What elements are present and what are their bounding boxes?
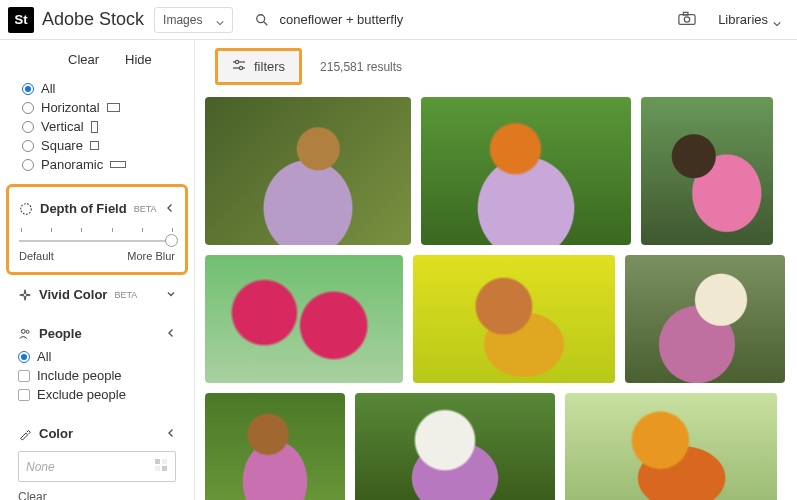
radio-icon bbox=[22, 140, 34, 152]
header-bar: St Adobe Stock Images Libraries bbox=[0, 0, 797, 40]
radio-icon bbox=[22, 121, 34, 133]
result-thumbnail[interactable] bbox=[565, 393, 777, 500]
option-label: Exclude people bbox=[37, 387, 126, 402]
color-header[interactable]: Color bbox=[18, 422, 176, 445]
clear-button[interactable]: Clear bbox=[68, 52, 99, 67]
option-label: All bbox=[37, 349, 51, 364]
section-title: People bbox=[39, 326, 82, 341]
libraries-label: Libraries bbox=[718, 12, 768, 27]
chevron-left-icon bbox=[166, 326, 176, 341]
svg-line-1 bbox=[264, 21, 268, 25]
orientation-label: All bbox=[41, 81, 55, 96]
orientation-group: All Horizontal Vertical Square Panoramic bbox=[0, 75, 194, 184]
result-thumbnail[interactable] bbox=[421, 97, 631, 245]
svg-rect-2 bbox=[679, 14, 695, 24]
orientation-horizontal[interactable]: Horizontal bbox=[22, 100, 172, 115]
color-placeholder: None bbox=[26, 460, 55, 474]
asset-type-dropdown[interactable]: Images bbox=[154, 7, 233, 33]
logo-text: Adobe Stock bbox=[42, 9, 144, 30]
sliders-icon bbox=[232, 59, 246, 74]
orientation-all[interactable]: All bbox=[22, 81, 172, 96]
slider-track bbox=[19, 240, 175, 242]
results-count: 215,581 results bbox=[320, 60, 402, 74]
results-grid bbox=[205, 93, 797, 500]
results-area: filters 215,581 results bbox=[195, 40, 797, 500]
result-thumbnail[interactable] bbox=[625, 255, 785, 383]
svg-point-13 bbox=[235, 60, 238, 63]
app-logo: St Adobe Stock bbox=[8, 7, 144, 33]
people-exclude[interactable]: Exclude people bbox=[18, 387, 176, 402]
search-input[interactable] bbox=[279, 12, 668, 27]
radio-checked-icon bbox=[18, 351, 30, 363]
checkbox-icon bbox=[18, 370, 30, 382]
beta-badge: BETA bbox=[114, 290, 137, 300]
slider-min-label: Default bbox=[19, 250, 54, 262]
result-thumbnail[interactable] bbox=[205, 255, 403, 383]
people-include[interactable]: Include people bbox=[18, 368, 176, 383]
logo-mark: St bbox=[8, 7, 34, 33]
svg-rect-9 bbox=[162, 459, 167, 464]
result-thumbnail[interactable] bbox=[413, 255, 615, 383]
orientation-label: Horizontal bbox=[41, 100, 100, 115]
camera-icon[interactable] bbox=[678, 11, 696, 29]
svg-point-0 bbox=[257, 14, 265, 22]
orientation-label: Panoramic bbox=[41, 157, 103, 172]
aperture-icon bbox=[19, 202, 33, 216]
svg-rect-8 bbox=[155, 459, 160, 464]
beta-badge: BETA bbox=[134, 204, 157, 214]
orientation-label: Vertical bbox=[41, 119, 84, 134]
vivid-color-section: Vivid Color BETA bbox=[0, 275, 194, 314]
vivid-color-header[interactable]: Vivid Color BETA bbox=[18, 283, 176, 306]
section-title: Color bbox=[39, 426, 73, 441]
svg-point-7 bbox=[26, 330, 29, 333]
square-icon bbox=[90, 141, 99, 150]
chevron-left-icon bbox=[166, 426, 176, 441]
svg-rect-4 bbox=[684, 12, 688, 15]
people-icon bbox=[18, 327, 32, 341]
orientation-label: Square bbox=[41, 138, 83, 153]
eyedropper-icon bbox=[18, 427, 32, 441]
result-thumbnail[interactable] bbox=[205, 97, 411, 245]
panoramic-icon bbox=[110, 161, 126, 168]
result-thumbnail[interactable] bbox=[355, 393, 555, 500]
result-thumbnail[interactable] bbox=[641, 97, 773, 245]
people-header[interactable]: People bbox=[18, 322, 176, 345]
hide-button[interactable]: Hide bbox=[125, 52, 152, 67]
orientation-panoramic[interactable]: Panoramic bbox=[22, 157, 172, 172]
svg-point-6 bbox=[21, 329, 25, 333]
people-all[interactable]: All bbox=[18, 349, 176, 364]
section-title: Vivid Color bbox=[39, 287, 107, 302]
people-options: All Include people Exclude people bbox=[18, 345, 176, 406]
horizontal-icon bbox=[107, 103, 120, 112]
filters-button[interactable]: filters bbox=[215, 48, 302, 85]
color-input[interactable]: None bbox=[18, 451, 176, 482]
asset-type-label: Images bbox=[163, 13, 202, 27]
filter-sidebar: Clear Hide All Horizontal Vertical Squar… bbox=[0, 40, 195, 500]
color-clear-button[interactable]: Clear bbox=[18, 482, 176, 500]
color-picker-icon[interactable] bbox=[154, 458, 168, 475]
results-toolbar: filters 215,581 results bbox=[205, 40, 797, 93]
chevron-left-icon bbox=[165, 201, 175, 216]
radio-icon bbox=[22, 159, 34, 171]
svg-rect-10 bbox=[155, 466, 160, 471]
libraries-dropdown[interactable]: Libraries bbox=[718, 12, 789, 27]
color-section: Color None Clear bbox=[0, 414, 194, 500]
orientation-square[interactable]: Square bbox=[22, 138, 172, 153]
slider-ticks bbox=[19, 228, 175, 238]
chevron-down-icon bbox=[773, 16, 781, 24]
sparkle-icon bbox=[18, 288, 32, 302]
orientation-vertical[interactable]: Vertical bbox=[22, 119, 172, 134]
result-thumbnail[interactable] bbox=[205, 393, 345, 500]
content-area: Clear Hide All Horizontal Vertical Squar… bbox=[0, 40, 797, 500]
checkbox-icon bbox=[18, 389, 30, 401]
sidebar-actions: Clear Hide bbox=[0, 48, 194, 75]
depth-of-field-header[interactable]: Depth of Field BETA bbox=[19, 195, 175, 222]
depth-slider[interactable]: Default More Blur bbox=[19, 222, 175, 262]
slider-knob[interactable] bbox=[165, 234, 178, 247]
svg-point-3 bbox=[684, 16, 689, 21]
search-bar bbox=[243, 11, 708, 29]
radio-checked-icon bbox=[22, 83, 34, 95]
search-icon bbox=[255, 13, 269, 27]
vertical-icon bbox=[91, 121, 98, 133]
slider-max-label: More Blur bbox=[127, 250, 175, 262]
